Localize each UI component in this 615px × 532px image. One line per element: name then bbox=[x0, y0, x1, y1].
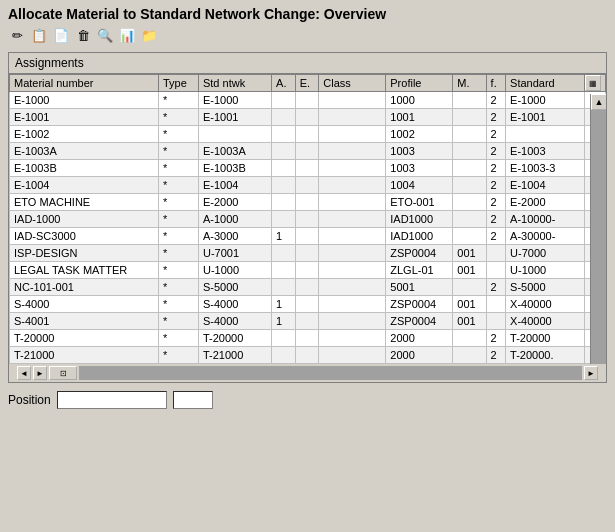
scroll-up-button[interactable]: ▲ bbox=[591, 94, 606, 110]
table-row[interactable]: S-4001*S-40001ZSP0004001X-40000 bbox=[10, 313, 606, 330]
position-input[interactable] bbox=[57, 391, 167, 409]
cell-f bbox=[486, 296, 505, 313]
table-row[interactable]: E-1003A*E-1003A10032E-1003 bbox=[10, 143, 606, 160]
table-row[interactable]: S-4000*S-40001ZSP0004001X-40000 bbox=[10, 296, 606, 313]
toolbar: ✏ 📋 📄 🗑 🔍 📊 📁 bbox=[0, 24, 615, 48]
cell-class bbox=[319, 92, 386, 109]
chart-icon[interactable]: 📊 bbox=[118, 26, 136, 44]
position-input2[interactable] bbox=[173, 391, 213, 409]
cell-profile: ZSP0004 bbox=[386, 313, 453, 330]
cell-mat: T-21000 bbox=[10, 347, 159, 364]
table-row[interactable]: ISP-DESIGN*U-7001ZSP0004001U-7000 bbox=[10, 245, 606, 262]
cell-standard: E-1003 bbox=[506, 143, 585, 160]
table-row[interactable]: E-1001*E-100110012E-1001 bbox=[10, 109, 606, 126]
col-std-ntwk: Std ntwk bbox=[198, 75, 271, 92]
copy-icon[interactable]: 📋 bbox=[30, 26, 48, 44]
cell-m bbox=[453, 194, 486, 211]
cell-class bbox=[319, 109, 386, 126]
table-row[interactable]: T-20000*T-2000020002T-20000 bbox=[10, 330, 606, 347]
position-bar: Position bbox=[0, 387, 615, 413]
cell-standard: E-1004 bbox=[506, 177, 585, 194]
cell-f bbox=[486, 313, 505, 330]
table-header-row: Material number Type Std ntwk A. E. Clas… bbox=[10, 75, 606, 92]
folder-icon[interactable]: 📁 bbox=[140, 26, 158, 44]
cell-type: * bbox=[158, 143, 198, 160]
cell-standard: U-1000 bbox=[506, 262, 585, 279]
table-row[interactable]: IAD-SC3000*A-30001IAD10002A-30000- bbox=[10, 228, 606, 245]
cell-e bbox=[295, 126, 319, 143]
cell-e bbox=[295, 262, 319, 279]
cell-mat: E-1003A bbox=[10, 143, 159, 160]
cell-a bbox=[272, 194, 296, 211]
col-standard: Standard bbox=[506, 75, 585, 92]
scroll-left-button[interactable]: ◄ bbox=[17, 366, 31, 380]
cell-profile: 2000 bbox=[386, 330, 453, 347]
cell-a bbox=[272, 126, 296, 143]
cell-std: S-4000 bbox=[198, 296, 271, 313]
document-icon[interactable]: 📄 bbox=[52, 26, 70, 44]
cell-standard: U-7000 bbox=[506, 245, 585, 262]
cell-type: * bbox=[158, 126, 198, 143]
cell-m bbox=[453, 92, 486, 109]
cell-mat: IAD-1000 bbox=[10, 211, 159, 228]
table-row[interactable]: T-21000*T-2100020002T-20000. bbox=[10, 347, 606, 364]
cell-mat: E-1003B bbox=[10, 160, 159, 177]
scroll-right2-button[interactable]: ► bbox=[584, 366, 598, 380]
table-row[interactable]: E-1002*10022 bbox=[10, 126, 606, 143]
cell-mat: S-4000 bbox=[10, 296, 159, 313]
vertical-scrollbar[interactable]: ▲ ▼ bbox=[590, 94, 606, 364]
table-row[interactable]: ETO MACHINE*E-2000ETO-0012E-2000 bbox=[10, 194, 606, 211]
cell-m bbox=[453, 177, 486, 194]
col-material-number: Material number bbox=[10, 75, 159, 92]
cell-std: S-4000 bbox=[198, 313, 271, 330]
cell-class bbox=[319, 228, 386, 245]
main-panel: Assignments Material number Type Std ntw… bbox=[8, 52, 607, 383]
cell-a bbox=[272, 279, 296, 296]
cell-profile: 1000 bbox=[386, 92, 453, 109]
cell-type: * bbox=[158, 296, 198, 313]
cell-standard: X-40000 bbox=[506, 313, 585, 330]
cell-mat: E-1001 bbox=[10, 109, 159, 126]
table-row[interactable]: LEGAL TASK MATTER*U-1000ZLGL-01001U-1000 bbox=[10, 262, 606, 279]
cell-f bbox=[486, 262, 505, 279]
cell-standard bbox=[506, 126, 585, 143]
cell-a bbox=[272, 177, 296, 194]
cell-m bbox=[453, 347, 486, 364]
cell-standard: S-5000 bbox=[506, 279, 585, 296]
horiz-scroll-btn2[interactable]: ⊡ bbox=[49, 366, 77, 380]
cell-mat: E-1000 bbox=[10, 92, 159, 109]
table-row[interactable]: E-1003B*E-1003B10032E-1003-3 bbox=[10, 160, 606, 177]
table-row[interactable]: NC-101-001*S-500050012S-5000 bbox=[10, 279, 606, 296]
table-row[interactable]: E-1000*E-100010002E-1000 bbox=[10, 92, 606, 109]
cell-a bbox=[272, 92, 296, 109]
cell-std: E-1001 bbox=[198, 109, 271, 126]
horiz-track bbox=[79, 366, 582, 380]
edit-icon[interactable]: ✏ bbox=[8, 26, 26, 44]
delete-icon[interactable]: 🗑 bbox=[74, 26, 92, 44]
table-row[interactable]: IAD-1000*A-1000IAD10002A-10000- bbox=[10, 211, 606, 228]
scroll-right-button[interactable]: ► bbox=[33, 366, 47, 380]
cell-f: 2 bbox=[486, 347, 505, 364]
horizontal-scroll-area: ◄ ► ⊡ ► bbox=[17, 366, 598, 380]
cell-a bbox=[272, 262, 296, 279]
cell-profile: IAD1000 bbox=[386, 211, 453, 228]
table-row[interactable]: E-1004*E-100410042E-1004 bbox=[10, 177, 606, 194]
cell-m bbox=[453, 330, 486, 347]
cell-e bbox=[295, 279, 319, 296]
cell-e bbox=[295, 313, 319, 330]
cell-profile: 1002 bbox=[386, 126, 453, 143]
cell-profile: 1003 bbox=[386, 143, 453, 160]
search-icon[interactable]: 🔍 bbox=[96, 26, 114, 44]
position-label: Position bbox=[8, 393, 51, 407]
cell-e bbox=[295, 211, 319, 228]
cell-f: 2 bbox=[486, 330, 505, 347]
cell-m: 001 bbox=[453, 262, 486, 279]
cell-class bbox=[319, 177, 386, 194]
cell-a: 1 bbox=[272, 228, 296, 245]
cell-type: * bbox=[158, 194, 198, 211]
cell-standard: E-1001 bbox=[506, 109, 585, 126]
cell-class bbox=[319, 245, 386, 262]
cell-class bbox=[319, 143, 386, 160]
cell-e bbox=[295, 296, 319, 313]
cell-e bbox=[295, 347, 319, 364]
